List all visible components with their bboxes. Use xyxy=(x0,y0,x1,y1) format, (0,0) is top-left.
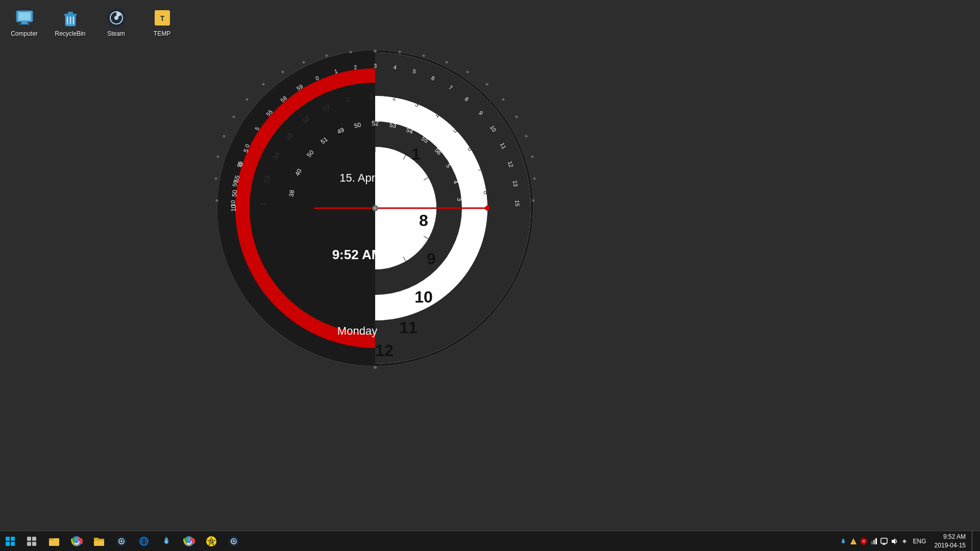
svg-point-47 xyxy=(215,178,217,180)
svg-rect-138 xyxy=(27,537,31,541)
desktop-icon-steam[interactable]: Steam xyxy=(97,5,135,40)
svg-text:50: 50 xyxy=(231,180,238,187)
svg-point-131 xyxy=(374,207,377,210)
computer-icon xyxy=(14,8,35,28)
svg-rect-140 xyxy=(27,542,31,546)
chrome2-icon xyxy=(183,535,195,547)
clock-svg: 10 50 55 10 50 55 5 10 50 55 0 5 10 50 5… xyxy=(212,45,538,371)
svg-text:13: 13 xyxy=(512,180,519,187)
taskbar-language[interactable]: ENG xyxy=(911,538,928,545)
clock-date-text: 15. April xyxy=(339,171,380,184)
steam2-icon xyxy=(228,535,240,547)
svg-text:9: 9 xyxy=(427,249,436,268)
svg-text:11: 11 xyxy=(399,318,418,337)
start-button[interactable] xyxy=(0,531,20,552)
taskbar-clock[interactable]: 9:52 AM 2019-04-15 xyxy=(930,533,970,550)
svg-text:52: 52 xyxy=(372,120,379,127)
svg-text:1: 1 xyxy=(259,202,267,206)
tray-security-icon[interactable]: ✕ xyxy=(859,537,868,546)
svg-point-162 xyxy=(233,540,235,542)
taskbar-file-app[interactable] xyxy=(43,531,65,552)
svg-text:50: 50 xyxy=(231,189,238,197)
svg-point-17 xyxy=(399,51,401,54)
file-app-icon xyxy=(48,535,60,547)
desktop-icon-recycle[interactable]: RecycleBin xyxy=(51,5,89,40)
svg-text:T: T xyxy=(160,14,164,22)
svg-point-19 xyxy=(446,61,448,64)
temp-icon: T xyxy=(152,8,173,28)
taskbar-chrome[interactable] xyxy=(65,531,88,552)
taskbar-steam[interactable] xyxy=(110,531,133,552)
taskbar: N ! xyxy=(0,531,980,551)
svg-rect-168 xyxy=(875,538,877,544)
clock-day-text: Monday xyxy=(337,324,377,337)
svg-point-37 xyxy=(374,366,377,369)
temp-label: TEMP xyxy=(154,30,170,37)
tray-alert-icon[interactable]: ! xyxy=(849,537,858,546)
svg-point-43 xyxy=(246,98,249,101)
svg-point-12 xyxy=(114,16,118,20)
system-tray: ! ✕ xyxy=(839,537,909,546)
svg-point-128 xyxy=(485,206,490,211)
taskbar-drops[interactable] xyxy=(155,531,178,552)
svg-text:12: 12 xyxy=(375,341,394,360)
svg-text:1: 1 xyxy=(369,92,373,100)
desktop-icons: Computer RecycleBin Steam xyxy=(5,5,181,40)
svg-rect-167 xyxy=(873,540,875,544)
chrome-icon xyxy=(70,535,83,547)
taskbar-steam2[interactable] xyxy=(223,531,245,552)
svg-rect-1 xyxy=(18,12,31,20)
svg-rect-2 xyxy=(21,22,28,23)
tray-drops-icon[interactable] xyxy=(839,537,848,546)
taskbar-file-explorer[interactable] xyxy=(88,531,110,552)
steam-label: Steam xyxy=(107,30,125,37)
svg-rect-3 xyxy=(19,23,30,24)
svg-point-45 xyxy=(223,135,226,138)
svg-point-38 xyxy=(350,51,352,54)
svg-point-150 xyxy=(120,540,122,542)
tray-volume-icon[interactable] xyxy=(890,537,899,546)
computer-label: Computer xyxy=(11,30,38,37)
tray-action-center-icon[interactable] xyxy=(879,537,889,546)
svg-text:10: 10 xyxy=(414,288,433,306)
svg-point-25 xyxy=(531,156,534,158)
drops-icon xyxy=(160,535,173,547)
svg-marker-172 xyxy=(892,538,895,544)
svg-point-48 xyxy=(216,199,218,202)
svg-point-27 xyxy=(532,199,535,202)
svg-point-157 xyxy=(187,539,191,543)
svg-text:15: 15 xyxy=(514,200,521,207)
tray-network-icon[interactable] xyxy=(869,537,878,546)
svg-rect-139 xyxy=(32,537,36,541)
svg-point-42 xyxy=(262,83,265,86)
desktop-icon-temp[interactable]: T TEMP xyxy=(143,5,181,40)
steam-taskbar-icon xyxy=(115,535,128,547)
taskbar-icons: N xyxy=(20,531,839,552)
recycle-icon xyxy=(60,8,81,28)
tray-expand-icon[interactable] xyxy=(900,537,909,546)
svg-text:✕: ✕ xyxy=(862,539,865,544)
show-desktop-button[interactable] xyxy=(972,531,976,552)
svg-text:38: 38 xyxy=(287,189,296,197)
svg-point-21 xyxy=(486,83,488,86)
svg-point-26 xyxy=(533,178,536,180)
svg-point-18 xyxy=(423,55,425,57)
svg-text:8: 8 xyxy=(419,211,428,230)
svg-point-154 xyxy=(165,541,167,543)
svg-rect-6 xyxy=(68,12,73,14)
svg-text:3: 3 xyxy=(374,63,377,69)
desktop-icon-computer[interactable]: Computer xyxy=(5,5,43,40)
taskbar-norton[interactable]: N xyxy=(200,531,223,552)
svg-point-46 xyxy=(217,156,219,158)
taskbar-chrome2[interactable] xyxy=(178,531,200,552)
taskbar-ie[interactable] xyxy=(133,531,155,552)
svg-text:!: ! xyxy=(853,540,854,544)
svg-rect-166 xyxy=(871,541,873,544)
svg-point-22 xyxy=(502,98,505,101)
taskbar-task-view[interactable] xyxy=(20,531,43,552)
svg-text:10: 10 xyxy=(230,200,236,207)
ie-icon xyxy=(138,535,150,547)
svg-point-39 xyxy=(326,55,328,57)
recycle-label: RecycleBin xyxy=(55,30,85,37)
svg-point-24 xyxy=(525,135,528,138)
